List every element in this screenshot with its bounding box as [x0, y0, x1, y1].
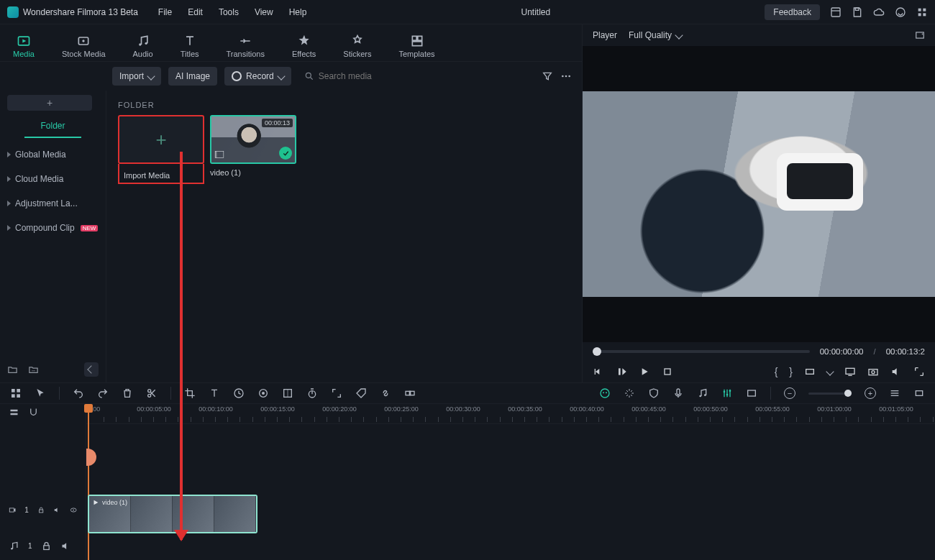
crop-ratio-icon[interactable]: [804, 366, 816, 377]
magnet-icon[interactable]: [28, 407, 39, 418]
preview-viewport[interactable]: [583, 46, 935, 342]
zoom-slider[interactable]: [808, 393, 852, 395]
chevron-down-icon[interactable]: [826, 367, 834, 375]
support-icon[interactable]: [895, 6, 906, 18]
category-audio[interactable]: Audio: [133, 31, 153, 58]
frame-icon[interactable]: [746, 387, 757, 399]
mark-out-button[interactable]: }: [789, 366, 793, 377]
visibility-icon[interactable]: [70, 505, 77, 515]
cloud-icon[interactable]: [873, 6, 885, 18]
lock-icon[interactable]: [41, 541, 52, 551]
grid-icon[interactable]: [10, 387, 22, 399]
zoom-handle[interactable]: [844, 390, 852, 397]
ai-image-button[interactable]: AI Image: [168, 67, 217, 86]
zoom-in-button[interactable]: +: [865, 387, 876, 399]
fullscreen-icon[interactable]: [913, 366, 925, 377]
prev-frame-icon[interactable]: [593, 366, 604, 377]
undo-icon[interactable]: [73, 387, 84, 399]
chroma-icon[interactable]: [282, 387, 293, 399]
layout-icon[interactable]: [830, 6, 842, 18]
scrubber-handle[interactable]: [593, 347, 601, 356]
sidebar-collapse-button[interactable]: [84, 362, 99, 377]
category-titles[interactable]: Titles: [181, 31, 199, 58]
playhead[interactable]: [88, 404, 89, 560]
display-icon[interactable]: [844, 366, 856, 377]
sparkle-icon[interactable]: [624, 387, 635, 399]
shield-icon[interactable]: [648, 387, 660, 399]
category-transitions[interactable]: Transitions: [227, 31, 265, 58]
mute-icon[interactable]: [53, 505, 60, 515]
speed-icon[interactable]: [233, 387, 245, 399]
redo-icon[interactable]: [97, 387, 109, 399]
record-dropdown[interactable]: Record: [224, 67, 291, 86]
camera-icon[interactable]: [867, 366, 879, 377]
mic-icon[interactable]: [672, 387, 684, 399]
color-icon[interactable]: [257, 387, 269, 399]
link-folder-icon[interactable]: [28, 364, 39, 375]
lock-icon[interactable]: [37, 505, 45, 515]
mute-icon[interactable]: [60, 541, 71, 551]
category-media[interactable]: Media: [13, 31, 35, 58]
mixer-icon[interactable]: [721, 387, 733, 399]
player-scrubber[interactable]: [593, 350, 810, 353]
sidebar-add-button[interactable]: +: [7, 95, 92, 111]
sidebar-item-cloud-media[interactable]: Cloud Media: [0, 167, 106, 191]
delete-icon[interactable]: [122, 387, 133, 399]
play-icon[interactable]: [639, 366, 650, 377]
menu-help[interactable]: Help: [289, 7, 307, 17]
text-tool-icon[interactable]: [209, 387, 220, 399]
svg-rect-60: [748, 390, 756, 396]
timeline-tracks-area[interactable]: 00:0000:00:05:0000:00:10:0000:00:15:0000…: [86, 404, 935, 560]
mark-in-button[interactable]: {: [775, 366, 778, 377]
crop-icon[interactable]: [184, 387, 196, 399]
expand-icon[interactable]: [331, 387, 342, 399]
scroll-knob[interactable]: [86, 449, 96, 466]
menu-tools[interactable]: Tools: [219, 7, 239, 17]
svg-point-21: [568, 75, 570, 78]
search-input[interactable]: [319, 71, 434, 81]
menu-view[interactable]: View: [255, 7, 273, 17]
snapshot-icon[interactable]: [915, 30, 925, 40]
sidebar-item-global-media[interactable]: Global Media: [0, 142, 106, 167]
import-dropdown[interactable]: Import: [112, 67, 161, 86]
link-icon[interactable]: [380, 387, 391, 399]
category-stock-media[interactable]: Stock Media: [62, 31, 106, 58]
filter-icon[interactable]: [542, 70, 553, 82]
fit-icon[interactable]: [913, 387, 925, 399]
player-tab-label[interactable]: Player: [593, 30, 617, 40]
zoom-out-button[interactable]: −: [784, 387, 795, 399]
split-icon[interactable]: [146, 387, 158, 399]
menu-edit[interactable]: Edit: [188, 7, 203, 17]
menu-file[interactable]: File: [158, 7, 172, 17]
tag-icon[interactable]: [355, 387, 367, 399]
sidebar-item-compound-clip[interactable]: Compound ClipNEW: [0, 216, 106, 240]
timeline-view-icon[interactable]: [889, 387, 900, 399]
import-media-tile[interactable]: + Import Media: [118, 115, 204, 184]
timeline-ruler[interactable]: 00:0000:00:05:0000:00:10:0000:00:15:0000…: [86, 404, 935, 424]
category-stickers[interactable]: Stickers: [343, 31, 371, 58]
apps-icon[interactable]: [916, 6, 928, 18]
play-pause-icon[interactable]: [616, 366, 627, 377]
group-icon[interactable]: [404, 387, 416, 399]
quality-select[interactable]: Full Quality: [629, 30, 682, 40]
ai-tool-icon[interactable]: [599, 387, 611, 399]
select-tool-icon[interactable]: [35, 387, 46, 399]
stop-icon[interactable]: [662, 366, 673, 377]
video-track-header[interactable]: 1: [0, 488, 86, 531]
folder-tab[interactable]: Folder: [24, 111, 81, 138]
audio-track-header[interactable]: 1: [0, 531, 86, 560]
save-icon[interactable]: [852, 6, 863, 18]
sidebar-item-adjustment-layer[interactable]: Adjustment La...: [0, 191, 106, 216]
volume-icon[interactable]: [890, 366, 902, 377]
timeline-clip[interactable]: video (1): [88, 495, 257, 533]
music-tool-icon[interactable]: [697, 387, 708, 399]
layers-icon[interactable]: [9, 407, 19, 418]
media-clip-tile[interactable]: 00:00:13 video (1): [210, 115, 296, 184]
category-effects[interactable]: Effects: [292, 31, 316, 58]
new-folder-icon[interactable]: [7, 364, 18, 375]
stickers-icon: [350, 34, 365, 48]
category-templates[interactable]: Templates: [398, 31, 434, 58]
feedback-button[interactable]: Feedback: [765, 4, 820, 20]
duration-icon[interactable]: [306, 387, 318, 399]
more-icon[interactable]: [560, 70, 572, 82]
